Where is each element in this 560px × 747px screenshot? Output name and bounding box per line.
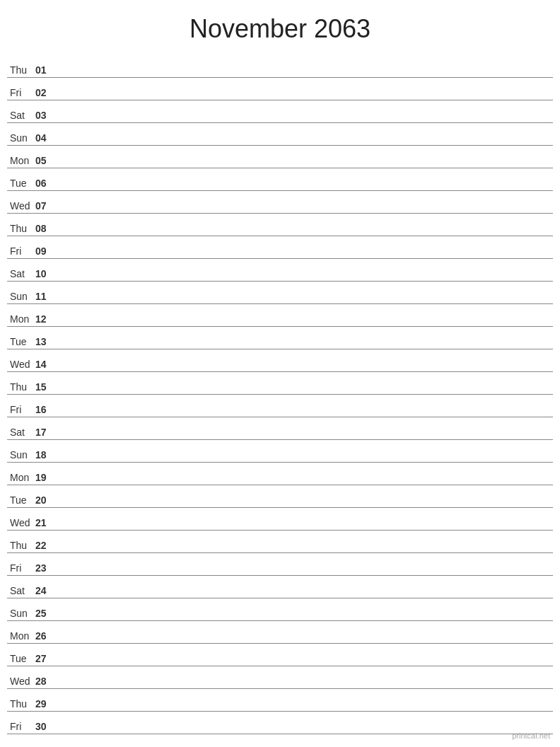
- day-row: Tue13: [7, 327, 553, 349]
- day-row: Thu08: [7, 214, 553, 236]
- calendar-container: Thu01Fri02Sat03Sun04Mon05Tue06Wed07Thu08…: [0, 55, 560, 734]
- day-line: [57, 188, 553, 189]
- day-number: 18: [35, 449, 57, 461]
- day-row: Mon26: [7, 621, 553, 644]
- day-line: [57, 505, 553, 506]
- day-number: 20: [35, 494, 57, 506]
- day-row: Mon12: [7, 304, 553, 327]
- day-number: 22: [35, 540, 57, 551]
- day-row: Fri16: [7, 395, 553, 417]
- day-number: 23: [35, 562, 57, 574]
- day-name: Fri: [7, 404, 35, 415]
- day-line: [57, 528, 553, 528]
- day-line: [57, 120, 553, 121]
- day-row: Sun25: [7, 598, 553, 621]
- day-line: [57, 256, 553, 257]
- day-row: Thu22: [7, 531, 553, 553]
- day-name: Wed: [7, 359, 35, 370]
- day-number: 10: [35, 268, 57, 279]
- day-line: [57, 279, 553, 279]
- day-name: Sun: [7, 132, 35, 144]
- day-name: Thu: [7, 540, 35, 551]
- day-line: [57, 347, 553, 347]
- day-row: Wed28: [7, 666, 553, 689]
- day-line: [57, 143, 553, 144]
- day-name: Fri: [7, 562, 35, 574]
- day-name: Sat: [7, 585, 35, 596]
- day-name: Mon: [7, 155, 35, 166]
- day-line: [57, 369, 553, 370]
- day-name: Tue: [7, 178, 35, 189]
- day-number: 26: [35, 630, 57, 642]
- day-line: [57, 686, 553, 687]
- watermark: printcal.net: [512, 731, 550, 740]
- day-row: Tue06: [7, 168, 553, 191]
- day-number: 02: [35, 87, 57, 98]
- day-name: Tue: [7, 653, 35, 664]
- day-number: 11: [35, 291, 57, 302]
- day-name: Fri: [7, 245, 35, 257]
- day-row: Tue20: [7, 485, 553, 508]
- day-row: Thu01: [7, 55, 553, 78]
- day-line: [57, 415, 553, 415]
- day-row: Wed21: [7, 508, 553, 531]
- day-number: 16: [35, 404, 57, 415]
- day-name: Fri: [7, 721, 35, 732]
- day-name: Mon: [7, 472, 35, 483]
- day-name: Sun: [7, 291, 35, 302]
- page-title: November 2063: [0, 0, 560, 55]
- day-line: [57, 573, 553, 574]
- day-number: 27: [35, 653, 57, 664]
- day-row: Fri23: [7, 553, 553, 576]
- day-row: Fri09: [7, 236, 553, 259]
- day-number: 30: [35, 721, 57, 732]
- day-row: Tue27: [7, 644, 553, 666]
- day-number: 07: [35, 200, 57, 212]
- day-number: 21: [35, 517, 57, 528]
- day-name: Sat: [7, 427, 35, 438]
- day-line: [57, 166, 553, 166]
- day-number: 25: [35, 608, 57, 619]
- day-name: Sat: [7, 268, 35, 279]
- day-name: Fri: [7, 87, 35, 98]
- day-row: Sat10: [7, 259, 553, 282]
- day-row: Sun18: [7, 440, 553, 463]
- day-name: Sun: [7, 608, 35, 619]
- day-line: [57, 664, 553, 664]
- day-row: Wed07: [7, 191, 553, 214]
- day-line: [57, 731, 553, 732]
- day-line: [57, 596, 553, 596]
- day-row: Fri30: [7, 712, 553, 734]
- day-line: [57, 301, 553, 302]
- day-name: Sun: [7, 449, 35, 461]
- day-number: 17: [35, 427, 57, 438]
- day-name: Thu: [7, 381, 35, 393]
- day-name: Mon: [7, 630, 35, 642]
- day-name: Tue: [7, 336, 35, 347]
- day-number: 01: [35, 64, 57, 76]
- day-row: Thu15: [7, 372, 553, 395]
- day-line: [57, 98, 553, 98]
- day-row: Sat17: [7, 417, 553, 440]
- day-line: [57, 641, 553, 642]
- day-name: Wed: [7, 676, 35, 687]
- day-line: [57, 392, 553, 393]
- day-name: Mon: [7, 313, 35, 325]
- day-row: Fri02: [7, 78, 553, 100]
- day-name: Thu: [7, 64, 35, 76]
- day-row: Sun04: [7, 123, 553, 146]
- day-line: [57, 233, 553, 234]
- day-row: Sun11: [7, 282, 553, 304]
- day-number: 03: [35, 110, 57, 121]
- day-line: [57, 211, 553, 212]
- day-row: Sat24: [7, 576, 553, 598]
- day-line: [57, 482, 553, 483]
- day-number: 13: [35, 336, 57, 347]
- day-row: Mon05: [7, 146, 553, 168]
- day-line: [57, 75, 553, 76]
- day-name: Thu: [7, 223, 35, 234]
- day-line: [57, 709, 553, 710]
- day-number: 12: [35, 313, 57, 325]
- day-name: Wed: [7, 200, 35, 212]
- day-name: Thu: [7, 698, 35, 710]
